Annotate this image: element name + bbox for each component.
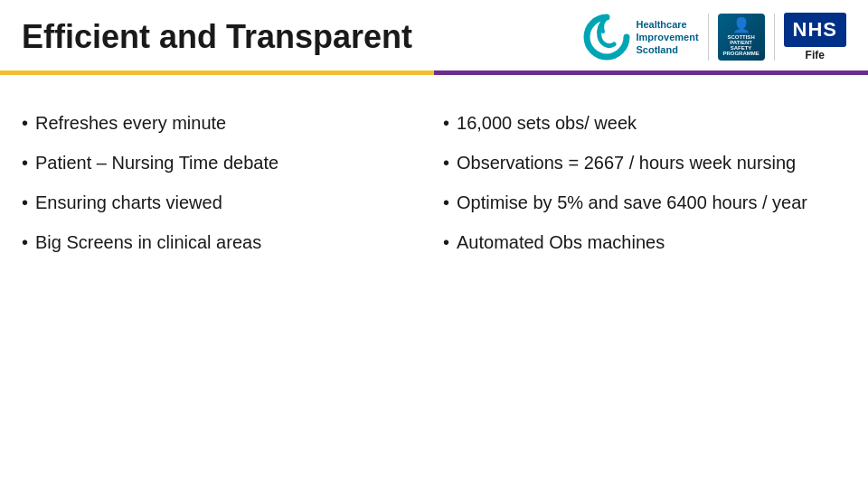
left-column: • Refreshes every minute • Patient – Nur… — [22, 102, 425, 470]
bullet-text: Refreshes every minute — [35, 111, 226, 135]
bullet-text: Automated Obs machines — [457, 230, 665, 254]
bullet-text: Patient – Nursing Time debate — [35, 151, 278, 174]
list-item: • 16,000 sets obs/ week — [443, 111, 846, 135]
nhs-logo: NHS Fife — [784, 13, 846, 61]
bullet-dot: • — [443, 111, 449, 135]
bullet-text: Observations = 2667 / hours week nursing — [457, 151, 796, 174]
header: Efficient and Transparent Healthcare Imp… — [0, 0, 868, 61]
slide: Efficient and Transparent Healthcare Imp… — [0, 0, 868, 488]
logo-divider-1 — [708, 14, 709, 61]
bullet-text: 16,000 sets obs/ week — [457, 111, 637, 135]
list-item: • Automated Obs machines — [443, 230, 846, 254]
bullet-text: Ensuring charts viewed — [35, 191, 222, 214]
nhs-org-text: Fife — [806, 49, 825, 61]
logo-divider-2 — [774, 14, 775, 61]
list-item: • Optimise by 5% and save 6400 hours / y… — [443, 191, 846, 214]
bullet-dot: • — [22, 191, 28, 214]
list-item: • Big Screens in clinical areas — [22, 230, 425, 254]
bullet-dot: • — [443, 230, 449, 254]
list-item: • Observations = 2667 / hours week nursi… — [443, 151, 846, 174]
person-icon: 👤 — [732, 18, 750, 33]
spsp-text: SCOTTISH PATIENT SAFETY PROGRAMME — [722, 34, 759, 56]
logos-area: Healthcare Improvement Scotland 👤 SCOTTI… — [583, 13, 846, 61]
his-logo: Healthcare Improvement Scotland — [583, 14, 698, 61]
list-item: • Ensuring charts viewed — [22, 191, 425, 214]
list-item: • Patient – Nursing Time debate — [22, 151, 425, 174]
swirl-icon — [583, 14, 630, 61]
nhs-badge: NHS — [784, 13, 846, 47]
list-item: • Refreshes every minute — [22, 111, 425, 135]
bullet-dot: • — [443, 191, 449, 214]
slide-title: Efficient and Transparent — [22, 17, 583, 56]
content-area: • Refreshes every minute • Patient – Nur… — [0, 75, 868, 488]
bullet-dot: • — [22, 230, 28, 254]
bullet-dot: • — [443, 151, 449, 174]
spsp-logo: 👤 SCOTTISH PATIENT SAFETY PROGRAMME — [718, 14, 765, 61]
bullet-text: Big Screens in clinical areas — [35, 230, 261, 254]
bullet-text: Optimise by 5% and save 6400 hours / yea… — [457, 191, 807, 214]
his-text: Healthcare Improvement Scotland — [636, 18, 698, 57]
right-column: • 16,000 sets obs/ week • Observations =… — [443, 102, 846, 470]
bullet-dot: • — [22, 111, 28, 135]
bullet-dot: • — [22, 151, 28, 174]
